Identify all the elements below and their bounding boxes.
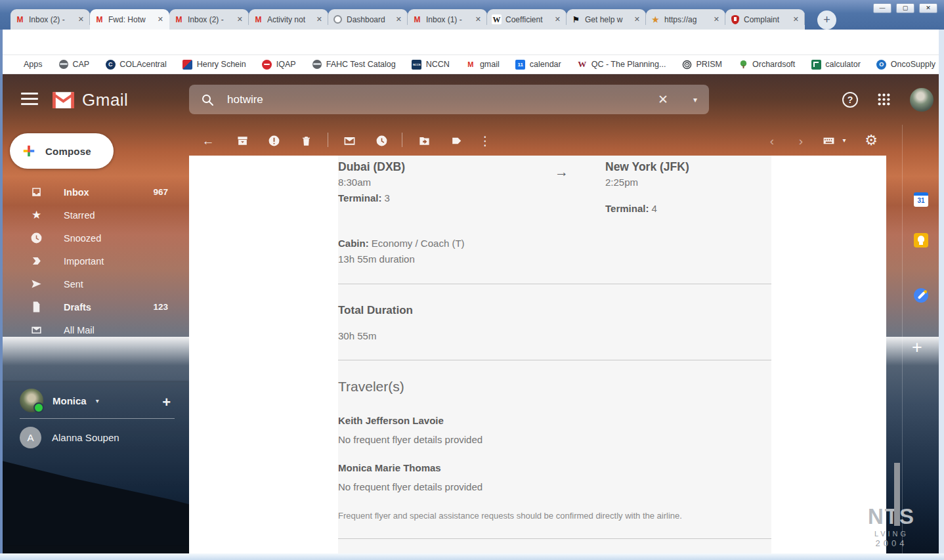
hangouts-contact[interactable]: A Alanna Soupen <box>20 427 119 448</box>
calendar-panel-icon[interactable]: 31 <box>914 192 928 207</box>
hangouts-user-dropdown-icon[interactable]: ▾ <box>96 397 99 404</box>
tab-close-icon[interactable]: ✕ <box>633 15 641 24</box>
bookmark-cap[interactable]: CAP <box>58 59 90 70</box>
hamburger-menu-icon[interactable] <box>21 93 38 106</box>
tab-activity[interactable]: M Activity not ✕ <box>249 9 328 30</box>
travelers-heading: Traveler(s) <box>338 379 404 395</box>
sidebar-item-all-mail[interactable]: All Mail <box>0 318 189 341</box>
bookmark-calendar[interactable]: 11 calendar <box>515 59 561 70</box>
maximize-button[interactable]: ▢ <box>896 3 914 13</box>
close-button[interactable]: ✕ <box>919 3 937 13</box>
snooze-icon[interactable] <box>374 133 389 148</box>
tab-complaint[interactable]: Complaint ✕ <box>725 9 805 30</box>
help-icon[interactable]: ? <box>842 92 858 108</box>
new-conversation-button[interactable]: + <box>162 394 171 411</box>
bookmark-colacentral[interactable]: C COLAcentral <box>105 59 167 70</box>
get-addons-button[interactable]: + <box>912 337 922 358</box>
gmail-favicon-icon: M <box>174 14 184 24</box>
gmail-logo[interactable]: Gmail <box>53 90 128 110</box>
content-scrollbar-thumb[interactable] <box>894 463 900 526</box>
oncosupply-icon: O <box>876 60 886 70</box>
bookmark-henry-schein[interactable]: Henry Schein <box>182 59 246 70</box>
tab-inbox-1[interactable]: M Inbox (2) - ✕ <box>11 9 90 30</box>
tab-strip: M Inbox (2) - ✕ M Fwd: Hotw ✕ M Inbox (2… <box>11 9 805 30</box>
sidebar-label: All Mail <box>64 325 95 335</box>
bookmark-apps[interactable]: Apps <box>9 59 43 70</box>
tab-title: Coefficient <box>505 15 549 24</box>
nccn-icon: NCCN <box>412 60 421 70</box>
tab-get-help[interactable]: ⚑ Get help w ✕ <box>567 9 646 30</box>
archive-icon[interactable] <box>234 133 250 148</box>
tab-coefficient[interactable]: W Coefficient ✕ <box>487 9 567 30</box>
tab-close-icon[interactable]: ✕ <box>553 15 562 24</box>
bookmark-orchardsoft[interactable]: Orchardsoft <box>738 59 795 70</box>
keep-panel-icon[interactable] <box>914 233 928 248</box>
star-favicon-icon: ★ <box>651 14 660 24</box>
tab-close-icon[interactable]: ✕ <box>156 15 165 24</box>
bookmark-nccn[interactable]: NCCN NCCN <box>412 59 450 70</box>
account-avatar[interactable] <box>910 88 933 112</box>
gmail-sidebar: Compose Inbox 967 ★ Starred Snoozed <box>0 125 189 560</box>
sidebar-item-sent[interactable]: Sent <box>0 272 189 295</box>
tab-inbox-2[interactable]: M Inbox (2) - ✕ <box>169 9 249 30</box>
more-options-icon[interactable]: ⋮ <box>477 133 493 148</box>
newer-email-icon[interactable]: ‹ <box>764 133 780 148</box>
move-to-icon[interactable] <box>416 133 432 148</box>
bookmark-qc-planning[interactable]: W QC - The Planning... <box>577 59 666 70</box>
bookmark-calculator[interactable]: calculator <box>811 59 861 70</box>
tab-fwd-hotwire-active[interactable]: M Fwd: Hotw ✕ <box>90 9 169 30</box>
tasks-panel-icon[interactable] <box>914 288 928 303</box>
mark-unread-icon[interactable] <box>341 133 357 148</box>
tab-dashboard[interactable]: Dashboard ✕ <box>328 9 408 30</box>
tab-close-icon[interactable]: ✕ <box>792 15 800 24</box>
search-options-dropdown-icon[interactable]: ▾ <box>693 95 697 104</box>
monica-avatar[interactable] <box>20 389 43 412</box>
bookmark-iqap[interactable]: IQAP <box>262 59 296 70</box>
flag-favicon-icon: ⚑ <box>571 14 581 24</box>
tab-title: Dashboard <box>347 15 391 24</box>
sidebar-item-snoozed[interactable]: Snoozed <box>0 226 189 249</box>
hangouts-user[interactable]: Monica ▾ <box>20 389 99 412</box>
tab-close-icon[interactable]: ✕ <box>236 15 244 24</box>
input-tools-dropdown-icon[interactable]: ▾ <box>836 133 852 148</box>
minimize-button[interactable]: — <box>873 3 891 13</box>
sidebar-item-drafts[interactable]: Drafts 123 <box>0 295 189 318</box>
search-icon[interactable] <box>201 93 214 106</box>
report-spam-icon[interactable] <box>266 133 282 148</box>
bookmark-oncosupply[interactable]: O OncoSupply <box>876 59 935 70</box>
departure-city: Dubai (DXB) <box>338 160 405 174</box>
gmail-envelope-icon <box>53 92 74 108</box>
new-tab-button[interactable]: + <box>817 11 836 30</box>
browser-window: M Inbox (2) - ✕ M Fwd: Hotw ✕ M Inbox (2… <box>0 0 944 560</box>
clear-search-icon[interactable]: ✕ <box>658 92 668 107</box>
delete-icon[interactable] <box>298 133 314 148</box>
older-email-icon[interactable]: › <box>793 133 809 148</box>
colacentral-icon: C <box>106 60 116 70</box>
tab-close-icon[interactable]: ✕ <box>315 15 324 24</box>
settings-gear-icon[interactable]: ⚙ <box>863 133 879 148</box>
sidebar-item-inbox[interactable]: Inbox 967 <box>0 181 189 204</box>
compose-button[interactable]: Compose <box>10 133 114 169</box>
bookmark-fahc[interactable]: FAHC Test Catalog <box>312 59 396 70</box>
sidebar-item-starred[interactable]: ★ Starred <box>0 204 189 226</box>
google-apps-grid-icon[interactable] <box>878 93 890 106</box>
search-bar[interactable]: ✕ ▾ <box>189 85 709 114</box>
tab-close-icon[interactable]: ✕ <box>712 15 721 24</box>
input-tools-icon[interactable] <box>821 133 836 148</box>
tab-inbox-3[interactable]: M Inbox (1) - ✕ <box>408 9 487 30</box>
flight-arrow-icon: → <box>555 164 569 180</box>
search-input[interactable] <box>227 93 645 106</box>
tab-title: Get help w <box>585 15 629 24</box>
bookmark-gmail[interactable]: M gmail <box>465 59 500 70</box>
bookmark-prism[interactable]: PRISM <box>681 59 722 70</box>
tab-close-icon[interactable]: ✕ <box>474 15 483 24</box>
tab-close-icon[interactable]: ✕ <box>77 15 85 24</box>
window-frame-right[interactable] <box>939 30 944 553</box>
contact-avatar: A <box>20 427 41 448</box>
traveler-name: Keith Jefferson Lavoie <box>338 415 444 426</box>
sidebar-item-important[interactable]: Important <box>0 249 189 272</box>
tab-close-icon[interactable]: ✕ <box>395 15 403 24</box>
back-to-list-icon[interactable]: ← <box>200 133 216 148</box>
tab-https-ag[interactable]: ★ https://ag ✕ <box>646 9 725 30</box>
labels-icon[interactable] <box>448 133 464 148</box>
